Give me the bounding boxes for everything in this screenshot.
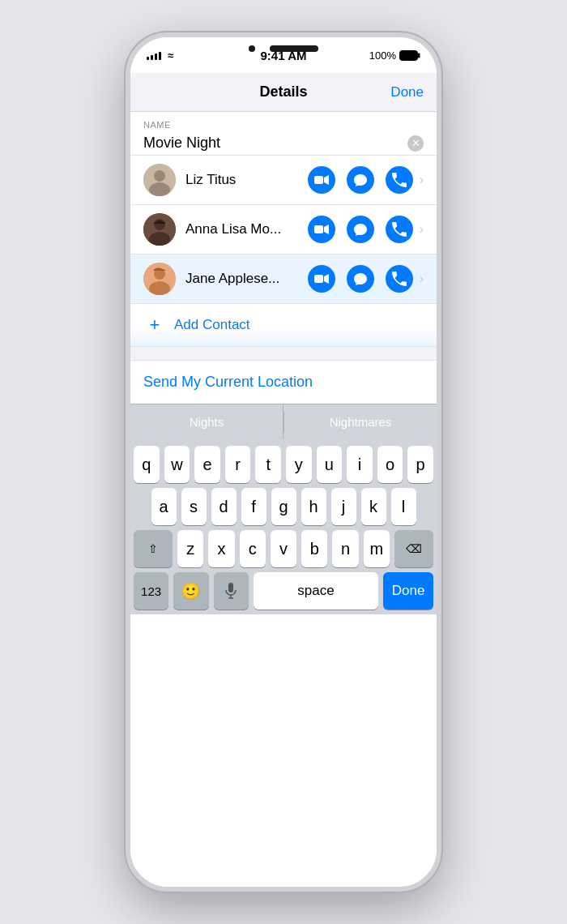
- autocomplete-bar: Nights Nightmares: [130, 404, 437, 439]
- key-n[interactable]: n: [332, 530, 358, 567]
- key-r[interactable]: r: [225, 446, 251, 483]
- key-l[interactable]: l: [391, 488, 416, 525]
- key-x[interactable]: x: [208, 530, 234, 567]
- signal-bar-3: [155, 53, 157, 60]
- key-e[interactable]: e: [194, 446, 220, 483]
- key-k[interactable]: k: [361, 488, 386, 525]
- camera-dot: [249, 45, 255, 52]
- key-d[interactable]: d: [211, 488, 237, 525]
- name-input[interactable]: [143, 135, 407, 152]
- status-bar: ≈ 9:41 AM 100%: [130, 37, 437, 73]
- key-u[interactable]: u: [317, 446, 343, 483]
- svg-rect-5: [314, 176, 323, 184]
- contact-actions: [308, 216, 413, 243]
- clear-button[interactable]: ✕: [407, 135, 424, 152]
- key-a[interactable]: a: [151, 488, 177, 525]
- contact-row: Liz Titus: [130, 156, 437, 205]
- separator: [130, 347, 437, 360]
- send-location-section[interactable]: Send My Current Location: [130, 360, 437, 404]
- mic-key[interactable]: [214, 572, 249, 610]
- name-section: NAME ✕: [130, 112, 437, 156]
- battery-percent: 100%: [369, 49, 396, 62]
- keyboard: q w e r t y u i o p a s d f g h j: [130, 439, 437, 614]
- message-button[interactable]: [347, 216, 374, 243]
- contact-name: Anna Lisa Mo...: [185, 221, 308, 237]
- name-label: NAME: [143, 120, 424, 130]
- wifi-icon: ≈: [168, 49, 173, 62]
- svg-marker-11: [324, 225, 329, 234]
- status-time: 9:41 AM: [261, 49, 307, 62]
- key-p[interactable]: p: [407, 446, 433, 483]
- key-y[interactable]: y: [286, 446, 312, 483]
- add-icon: +: [143, 314, 166, 336]
- signal-bar-1: [147, 57, 149, 60]
- message-button[interactable]: [347, 166, 374, 194]
- key-i[interactable]: i: [347, 446, 373, 483]
- avatar: [143, 164, 176, 196]
- key-z[interactable]: z: [177, 530, 203, 567]
- svg-rect-10: [314, 225, 323, 233]
- key-g[interactable]: g: [271, 488, 296, 525]
- contact-row: Anna Lisa Mo...: [130, 205, 437, 255]
- chevron-icon: ›: [420, 272, 424, 286]
- signal-area: ≈: [147, 49, 173, 62]
- key-f[interactable]: f: [241, 488, 266, 525]
- battery-area: 100%: [369, 49, 420, 62]
- video-call-button[interactable]: [308, 265, 335, 293]
- contact-name: Liz Titus: [185, 172, 308, 188]
- svg-marker-6: [324, 175, 329, 185]
- key-s[interactable]: s: [181, 488, 207, 525]
- phone-call-button[interactable]: [386, 166, 413, 194]
- phone-call-button[interactable]: [386, 216, 413, 243]
- autocomplete-nightmares[interactable]: Nightmares: [284, 404, 437, 439]
- key-m[interactable]: m: [364, 530, 390, 567]
- numbers-key[interactable]: 123: [134, 572, 168, 610]
- add-contact-label: Add Contact: [174, 317, 250, 333]
- done-button[interactable]: Done: [390, 84, 424, 101]
- nav-title: Details: [259, 83, 307, 101]
- video-call-button[interactable]: [308, 166, 335, 194]
- nav-bar: Details Done: [130, 73, 437, 112]
- key-v[interactable]: v: [271, 530, 296, 567]
- add-contact-button[interactable]: + Add Contact: [130, 304, 437, 347]
- svg-point-3: [154, 170, 165, 182]
- key-o[interactable]: o: [377, 446, 403, 483]
- svg-rect-1: [418, 53, 420, 58]
- video-call-button[interactable]: [308, 216, 335, 243]
- name-input-row: ✕: [143, 135, 424, 152]
- svg-rect-0: [400, 50, 418, 60]
- key-t[interactable]: t: [255, 446, 281, 483]
- key-h[interactable]: h: [301, 488, 326, 525]
- space-key[interactable]: space: [254, 572, 378, 610]
- contact-row: Jane Applese...: [130, 255, 437, 304]
- contact-actions: [308, 166, 413, 194]
- keyboard-bottom-row: 123 🙂 space Done: [134, 572, 433, 610]
- svg-rect-15: [314, 275, 323, 283]
- key-c[interactable]: c: [240, 530, 266, 567]
- signal-bars: [147, 50, 161, 60]
- autocomplete-nights[interactable]: Nights: [130, 404, 284, 439]
- avatar: [143, 213, 176, 246]
- contact-actions: [308, 265, 413, 293]
- chevron-icon: ›: [420, 222, 424, 237]
- keyboard-done-key[interactable]: Done: [383, 572, 433, 610]
- phone-call-button[interactable]: [386, 265, 413, 293]
- key-j[interactable]: j: [331, 488, 356, 525]
- keyboard-row-1: q w e r t y u i o p: [134, 446, 433, 483]
- signal-bar-4: [159, 52, 161, 60]
- keyboard-row-3: ⇧ z x c v b n m ⌫: [134, 530, 433, 567]
- svg-rect-17: [228, 583, 233, 592]
- emoji-key[interactable]: 🙂: [173, 572, 208, 610]
- delete-key[interactable]: ⌫: [394, 530, 433, 567]
- svg-marker-16: [324, 274, 329, 284]
- key-w[interactable]: w: [164, 446, 190, 483]
- battery-icon: [399, 50, 420, 61]
- contact-name: Jane Applese...: [185, 271, 308, 287]
- send-location-text[interactable]: Send My Current Location: [143, 374, 313, 390]
- shift-key[interactable]: ⇧: [134, 530, 173, 567]
- message-button[interactable]: [347, 265, 374, 293]
- chevron-icon: ›: [420, 173, 424, 187]
- keyboard-row-2: a s d f g h j k l: [134, 488, 433, 525]
- key-b[interactable]: b: [301, 530, 327, 567]
- key-q[interactable]: q: [134, 446, 160, 483]
